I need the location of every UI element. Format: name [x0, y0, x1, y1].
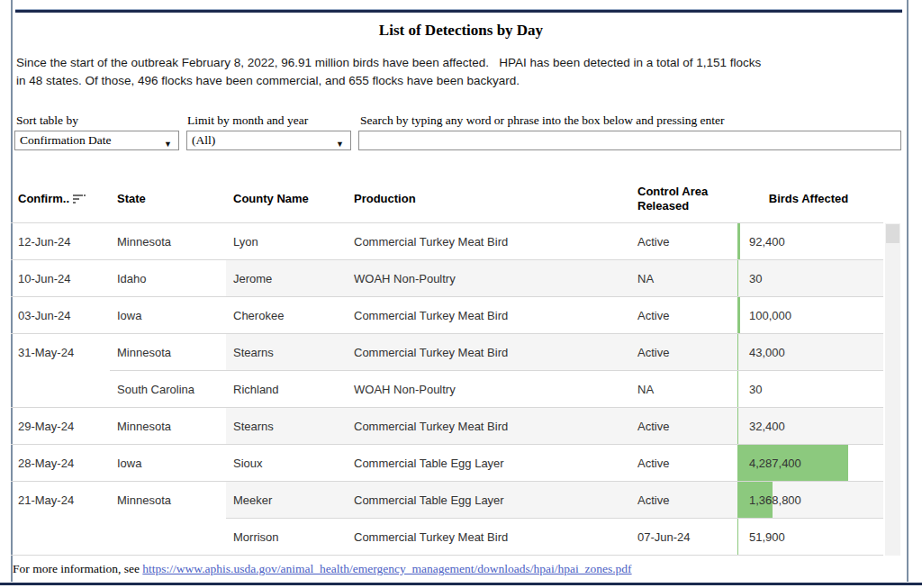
- cell-county[interactable]: Sioux: [226, 445, 347, 482]
- table-row[interactable]: 10-Jun-24IdahoJeromeWOAH Non-PoultryNA30: [11, 260, 883, 297]
- cell-birds[interactable]: 92,400: [737, 223, 883, 260]
- limit-dropdown[interactable]: (All) ▼: [186, 131, 351, 150]
- table-scrollbar[interactable]: [885, 223, 900, 556]
- birds-affected-value: 32,400: [745, 420, 785, 433]
- cell-production[interactable]: WOAH Non-Poultry: [347, 371, 630, 408]
- cell-production[interactable]: Commercial Turkey Meat Bird: [347, 408, 630, 445]
- cell-control[interactable]: 07-Jun-24: [630, 519, 737, 556]
- cell-production[interactable]: Commercial Turkey Meat Bird: [347, 223, 630, 260]
- table-row[interactable]: South CarolinaRichlandWOAH Non-PoultryNA…: [11, 371, 883, 408]
- table-row[interactable]: 29-May-24MinnesotaStearnsCommercial Turk…: [11, 408, 883, 445]
- cell-production[interactable]: Commercial Table Egg Layer: [347, 482, 630, 519]
- summary-line-2: in 48 states. Of those, 496 flocks have …: [16, 72, 894, 90]
- dropdown-caret-icon: ▼: [164, 135, 172, 153]
- sort-dropdown-value: Confirmation Date: [20, 133, 112, 147]
- table-row[interactable]: 28-May-24IowaSiouxCommercial Table Egg L…: [11, 445, 883, 482]
- summary-line-1: Since the start of the outbreak February…: [16, 54, 894, 72]
- page-title: List of Detections by Day: [0, 22, 922, 40]
- birds-affected-value: 4,287,400: [745, 457, 801, 470]
- cell-birds[interactable]: 51,900: [737, 519, 883, 556]
- footer-text: For more information, see: [13, 562, 142, 575]
- limit-filter-label: Limit by month and year: [187, 113, 308, 128]
- column-header-county[interactable]: County Name: [226, 176, 347, 223]
- cell-production[interactable]: Commercial Turkey Meat Bird: [347, 519, 630, 556]
- birds-affected-bar: [737, 519, 738, 555]
- table-row[interactable]: MorrisonCommercial Turkey Meat Bird07-Ju…: [11, 519, 883, 556]
- cell-county[interactable]: Cherokee: [226, 297, 347, 334]
- birds-affected-value: 100,000: [745, 309, 791, 322]
- cell-control[interactable]: NA: [630, 260, 737, 297]
- birds-affected-bar: [737, 408, 738, 444]
- birds-affected-bar: [737, 334, 738, 370]
- cell-production[interactable]: Commercial Turkey Meat Bird: [347, 297, 630, 334]
- footer-note: For more information, see https://www.ap…: [13, 562, 632, 576]
- table-row[interactable]: 31-May-24MinnesotaStearnsCommercial Turk…: [11, 334, 883, 371]
- dropdown-caret-icon: ▼: [336, 135, 344, 153]
- cell-birds[interactable]: 43,000: [737, 334, 883, 371]
- table-row[interactable]: 12-Jun-24MinnesotaLyonCommercial Turkey …: [11, 223, 883, 260]
- cell-control[interactable]: Active: [630, 297, 737, 334]
- cell-birds[interactable]: 30: [737, 371, 883, 408]
- cell-date[interactable]: 21-May-24: [11, 482, 110, 519]
- cell-state[interactable]: Minnesota: [110, 223, 226, 260]
- column-header-confirmation-date[interactable]: Confirm..: [11, 176, 110, 223]
- birds-affected-value: 30: [745, 383, 762, 396]
- cell-date[interactable]: 28-May-24: [11, 445, 110, 482]
- birds-affected-value: 51,900: [745, 530, 785, 544]
- column-header-birds[interactable]: Birds Affected: [737, 176, 883, 223]
- cell-control[interactable]: Active: [630, 223, 737, 260]
- cell-date[interactable]: 31-May-24: [11, 334, 110, 371]
- cell-date[interactable]: [11, 519, 110, 556]
- cell-state[interactable]: Idaho: [110, 260, 226, 297]
- cell-control[interactable]: Active: [630, 482, 737, 519]
- cell-state[interactable]: South Carolina: [110, 371, 226, 408]
- table-body: 12-Jun-24MinnesotaLyonCommercial Turkey …: [11, 223, 883, 556]
- cell-birds[interactable]: 1,368,800: [737, 482, 883, 519]
- cell-production[interactable]: Commercial Turkey Meat Bird: [347, 334, 630, 371]
- cell-county[interactable]: Jerome: [226, 260, 347, 297]
- cell-birds[interactable]: 32,400: [737, 408, 883, 445]
- cell-county[interactable]: Stearns: [226, 334, 347, 371]
- cell-control[interactable]: NA: [630, 371, 737, 408]
- sort-descending-icon: [73, 194, 86, 204]
- birds-affected-bar: [737, 297, 740, 333]
- cell-county[interactable]: Lyon: [226, 223, 347, 260]
- cell-production[interactable]: WOAH Non-Poultry: [347, 260, 630, 297]
- cell-county[interactable]: Stearns: [226, 408, 347, 445]
- cell-birds[interactable]: 4,287,400: [737, 445, 883, 482]
- cell-control[interactable]: Active: [630, 408, 737, 445]
- search-input[interactable]: [358, 131, 901, 150]
- cell-state[interactable]: Minnesota: [110, 482, 226, 519]
- cell-state[interactable]: Iowa: [110, 297, 226, 334]
- scrollbar-thumb[interactable]: [886, 224, 899, 243]
- column-header-control[interactable]: Control Area Released: [630, 176, 737, 223]
- birds-affected-value: 43,000: [745, 346, 785, 359]
- cell-date[interactable]: 03-Jun-24: [11, 297, 110, 334]
- cell-date[interactable]: [11, 371, 110, 408]
- cell-birds[interactable]: 30: [737, 260, 883, 297]
- cell-date[interactable]: 12-Jun-24: [11, 223, 110, 260]
- cell-state[interactable]: Minnesota: [110, 408, 226, 445]
- cell-state[interactable]: [110, 519, 226, 556]
- cell-state[interactable]: Iowa: [110, 445, 226, 482]
- sort-dropdown[interactable]: Confirmation Date ▼: [14, 131, 179, 150]
- cell-date[interactable]: 10-Jun-24: [11, 260, 110, 297]
- cell-production[interactable]: Commercial Table Egg Layer: [347, 445, 630, 482]
- cell-county[interactable]: Richland: [226, 371, 347, 408]
- cell-birds[interactable]: 100,000: [737, 297, 883, 334]
- table-row[interactable]: 21-May-24MinnesotaMeekerCommercial Table…: [11, 482, 883, 519]
- cell-county[interactable]: Morrison: [226, 519, 347, 556]
- cell-date[interactable]: 29-May-24: [11, 408, 110, 445]
- hpai-zones-link[interactable]: https://www.aphis.usda.gov/animal_health…: [142, 562, 631, 575]
- detections-table: Confirm.. State County Name Production C…: [11, 176, 883, 556]
- footer-divider-line: [0, 583, 922, 585]
- column-header-production[interactable]: Production: [347, 176, 630, 223]
- table-row[interactable]: 03-Jun-24IowaCherokeeCommercial Turkey M…: [11, 297, 883, 334]
- birds-affected-bar: [737, 371, 738, 407]
- cell-county[interactable]: Meeker: [226, 482, 347, 519]
- cell-control[interactable]: Active: [630, 334, 737, 371]
- cell-control[interactable]: Active: [630, 445, 737, 482]
- birds-affected-value: 92,400: [745, 235, 785, 249]
- column-header-state[interactable]: State: [110, 176, 226, 223]
- cell-state[interactable]: Minnesota: [110, 334, 226, 371]
